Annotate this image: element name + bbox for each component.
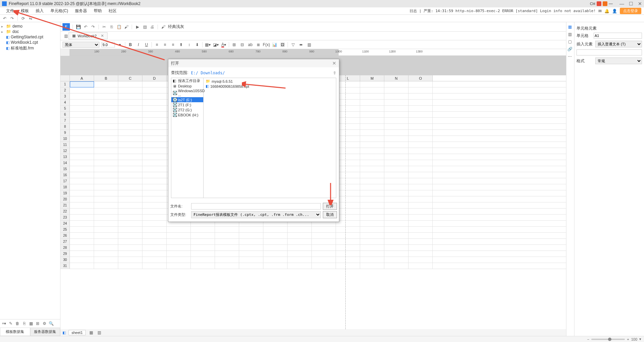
cell[interactable]: [70, 100, 94, 106]
cell[interactable]: [409, 112, 433, 118]
menu-template[interactable]: 模板: [17, 8, 32, 14]
cell[interactable]: [409, 178, 433, 184]
cell[interactable]: [409, 172, 433, 178]
row-header[interactable]: 16: [60, 172, 70, 178]
cell[interactable]: [336, 172, 360, 178]
redo-icon[interactable]: ↷: [9, 16, 15, 21]
cell[interactable]: [336, 178, 360, 184]
cell[interactable]: [142, 100, 167, 106]
cell[interactable]: [384, 215, 409, 221]
cell[interactable]: [239, 233, 263, 239]
cell[interactable]: [360, 106, 384, 112]
cell[interactable]: [191, 251, 215, 257]
cell[interactable]: [384, 100, 409, 106]
cell[interactable]: [142, 257, 167, 263]
cell[interactable]: [70, 142, 94, 148]
page-icon[interactable]: ▤: [142, 24, 147, 30]
cell[interactable]: [118, 233, 142, 239]
cell[interactable]: [409, 136, 433, 142]
format-select[interactable]: 常规: [595, 58, 642, 64]
cell[interactable]: [142, 124, 167, 130]
cell[interactable]: [142, 93, 167, 100]
cell[interactable]: [360, 184, 384, 190]
cell[interactable]: [142, 245, 167, 251]
cell[interactable]: [70, 184, 94, 190]
doc-tab[interactable]: ▦ WorkBook2 ✕: [69, 32, 108, 39]
ime-indicator[interactable]: CH: [590, 2, 595, 6]
cell[interactable]: [288, 263, 312, 269]
cell[interactable]: [118, 118, 142, 124]
row-header[interactable]: 17: [60, 178, 70, 184]
cell[interactable]: [142, 118, 167, 124]
cell[interactable]: [215, 239, 239, 245]
cell[interactable]: [409, 196, 433, 202]
copy-icon[interactable]: ⎘: [22, 321, 27, 326]
cell[interactable]: [336, 263, 360, 269]
cell[interactable]: [360, 257, 384, 263]
cell[interactable]: [336, 100, 360, 106]
cell[interactable]: [94, 124, 118, 130]
cell[interactable]: [142, 160, 167, 166]
file-item[interactable]: ◧1668400906169858.cpt: [204, 84, 335, 89]
cell[interactable]: [360, 245, 384, 251]
cell[interactable]: [167, 227, 191, 233]
cell[interactable]: [142, 172, 167, 178]
cell[interactable]: [70, 130, 94, 136]
cell[interactable]: [70, 106, 94, 112]
fill-color-icon[interactable]: ◪▾: [213, 42, 219, 48]
row-header[interactable]: 10: [60, 136, 70, 142]
cell[interactable]: [142, 227, 167, 233]
location-item[interactable]: 💽is2T (E:): [171, 97, 203, 102]
cell[interactable]: [384, 166, 409, 172]
cell[interactable]: [360, 166, 384, 172]
delete-icon[interactable]: 🗑: [15, 321, 20, 326]
row-header[interactable]: 5: [60, 106, 70, 111]
cell[interactable]: [409, 215, 433, 221]
tree-file[interactable]: ◧标准地图.frm: [1, 45, 59, 51]
tree-folder[interactable]: ▸📁demo: [1, 24, 59, 29]
cell[interactable]: [70, 251, 94, 257]
cell[interactable]: [336, 81, 360, 87]
cell[interactable]: [142, 190, 167, 196]
cell[interactable]: [118, 196, 142, 202]
cell[interactable]: [336, 215, 360, 221]
row-header[interactable]: 2: [60, 87, 70, 93]
cell[interactable]: [409, 154, 433, 160]
cell[interactable]: [142, 184, 167, 190]
cell[interactable]: [142, 130, 167, 136]
cell[interactable]: [142, 263, 167, 269]
cell[interactable]: [70, 160, 94, 166]
cell[interactable]: [384, 124, 409, 130]
cell[interactable]: [94, 202, 118, 208]
row-header[interactable]: 15: [60, 166, 70, 172]
cell[interactable]: [360, 154, 384, 160]
col-header[interactable]: C: [118, 75, 142, 81]
location-item[interactable]: 💽2T2 (G:): [171, 107, 203, 112]
cell[interactable]: [288, 257, 312, 263]
cell[interactable]: [384, 251, 409, 257]
cell[interactable]: [360, 130, 384, 136]
toggle-icon[interactable]: ⇋: [28, 16, 33, 21]
row-header[interactable]: 11: [60, 142, 70, 148]
cell[interactable]: [215, 263, 239, 269]
cell[interactable]: [142, 112, 167, 118]
folder-item[interactable]: 📁mysql-5.6.51: [204, 79, 335, 84]
content-input[interactable]: [576, 49, 642, 55]
cell[interactable]: [239, 251, 263, 257]
expand-icon[interactable]: ⬌: [298, 42, 304, 48]
cell[interactable]: [118, 87, 142, 93]
tab-template-dataset[interactable]: 模板数据集: [0, 328, 30, 336]
cell[interactable]: [384, 233, 409, 239]
cell[interactable]: [263, 251, 288, 257]
cell[interactable]: [384, 221, 409, 227]
cell[interactable]: [94, 112, 118, 118]
cell[interactable]: [94, 142, 118, 148]
cell[interactable]: [142, 142, 167, 148]
row-header[interactable]: 23: [60, 215, 70, 220]
valign-top-icon[interactable]: ⬆: [178, 42, 184, 48]
cond-panel-icon[interactable]: ▢: [567, 39, 572, 44]
cell[interactable]: [360, 124, 384, 130]
cell[interactable]: [118, 251, 142, 257]
cell[interactable]: [118, 257, 142, 263]
cell[interactable]: [384, 130, 409, 136]
